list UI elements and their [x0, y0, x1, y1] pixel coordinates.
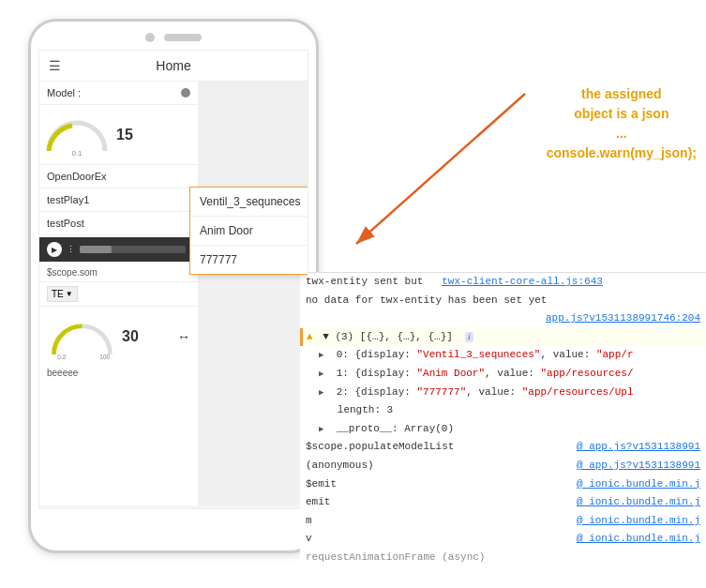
video-item: ▶ ⋮ [39, 237, 198, 262]
console-func-1: (anonymous) @ app.js?v1531138991 [300, 457, 706, 475]
model-label-row: Model : [39, 82, 198, 105]
gauge1-svg: 0.1 [39, 109, 114, 156]
sidebar-item-opendoor[interactable]: OpenDoorEx [39, 165, 198, 188]
app-title: Home [156, 58, 190, 73]
te-select[interactable]: TE ▼ [47, 286, 78, 302]
gauge2-row: 0.2 100 30 ↔ [39, 307, 198, 366]
console-line-proto: ▶ __proto__: Array(0) [300, 420, 706, 439]
dropdown-item-2[interactable]: 777777 [190, 246, 308, 274]
dropdown-overlay: Ventil_3_sequneces Anim Door 777777 [189, 187, 308, 275]
console-func-5: v @ ionic.bundle.min.j [300, 530, 706, 549]
console-line-indent-2: ▶ 2: {display: "777777", value: "app/res… [300, 384, 706, 402]
left-sidebar: Model : 0.1 15 [39, 82, 199, 505]
progress-bar[interactable] [80, 246, 186, 253]
console-line-indent-1: ▶ 1: {display: "Anim Door", value: "app/… [300, 365, 706, 384]
console-func-0: $scope.populateModelList @ app.js?v15311… [300, 438, 706, 457]
te-chevron: ▼ [66, 290, 73, 298]
svg-text:0.2: 0.2 [57, 354, 66, 360]
gauge1-sub-label: 0.1 [71, 149, 83, 156]
phone-right-area [199, 82, 308, 505]
sidebar-item-testpost[interactable]: testPost [39, 212, 198, 235]
console-func-link-5[interactable]: @ ionic.bundle.min.j [577, 531, 700, 548]
scope-label: $scope.som [47, 267, 98, 278]
beeeee-label: beeeee [39, 368, 198, 382]
dropdown-item-1[interactable]: Anim Door [190, 217, 308, 246]
console-link-1[interactable]: app.js?v1531138991746:204 [546, 312, 700, 324]
console-line-indent-0: ▶ 0: {display: "Ventil_3_sequneces", val… [300, 346, 706, 365]
video-controls: ▶ ⋮ [47, 242, 75, 257]
app-header: ☰ Home [39, 51, 308, 82]
callout-line3: ... [547, 124, 697, 143]
model-label-text: Model : [47, 87, 81, 98]
model-dot [181, 88, 190, 98]
svg-text:100: 100 [99, 354, 110, 360]
phone-screen: ☰ Home Model : [38, 50, 308, 509]
console-line-0: twx-entity sent but twx-client-core-all.… [300, 273, 706, 292]
gauge2-container: 0.2 100 [47, 310, 117, 362]
play-button[interactable]: ▶ [47, 242, 62, 257]
console-link-0[interactable]: twx-client-core-all.js:643 [442, 276, 603, 287]
gauge2-svg: 0.2 100 [47, 310, 117, 362]
te-label: TE [52, 289, 64, 299]
console-line-1: no data for twx-entity has been set yet [300, 292, 706, 310]
phone-camera [145, 33, 155, 42]
console-func-link-1[interactable]: @ app.js?v1531138991 [577, 458, 700, 475]
resize-icon[interactable]: ↔ [177, 329, 190, 344]
phone-speaker [164, 34, 202, 41]
sidebar-item-testplay[interactable]: testPlay1 [39, 188, 198, 212]
app-content: Model : 0.1 15 [39, 82, 308, 505]
gauge2-value: 30 [122, 328, 139, 345]
scope-row: $scope.som [39, 264, 198, 282]
console-func-link-2[interactable]: @ ionic.bundle.min.j [577, 476, 700, 493]
warning-triangle: ▲ [307, 331, 313, 342]
console-line-warning: ▲ ▼ (3) [{…}, {…}, {…}] 𝑖 [300, 328, 706, 347]
console-func-3: emit @ ionic.bundle.min.j [300, 493, 706, 512]
phone-mockup: ☰ Home Model : [28, 19, 319, 553]
dropdown-item-0[interactable]: Ventil_3_sequneces [190, 188, 308, 217]
console-line-link-right: app.js?v1531138991746:204 [300, 309, 706, 328]
console-async-line: requestAnimationFrame (async) [300, 549, 706, 567]
console-func-link-4[interactable]: @ ionic.bundle.min.j [577, 513, 700, 530]
devtools-console: twx-entity sent but twx-client-core-all.… [300, 272, 706, 588]
phone-top [31, 22, 316, 50]
hamburger-icon[interactable]: ☰ [49, 58, 61, 73]
console-func-2: $emit @ ionic.bundle.min.j [300, 475, 706, 494]
callout-line4: console.warn(my_json); [547, 143, 697, 163]
callout-line1: the assigned [547, 84, 697, 104]
more-icon[interactable]: ⋮ [67, 245, 75, 254]
info-badge: 𝑖 [465, 332, 473, 342]
gauge1-value: 15 [116, 127, 133, 143]
console-line-length: length: 3 [300, 401, 706, 420]
te-dropdown-row: TE ▼ [39, 282, 198, 307]
gauge1-container: 0.1 [39, 109, 114, 160]
gauge1-row: 0.1 15 [39, 105, 198, 165]
progress-fill [80, 246, 112, 253]
svg-line-3 [356, 94, 525, 244]
callout-text: the assigned object is a json ... consol… [547, 84, 697, 163]
console-func-link-0[interactable]: @ app.js?v1531138991 [577, 439, 700, 456]
console-func-link-3[interactable]: @ ionic.bundle.min.j [577, 494, 700, 511]
callout-line2: object is a json [547, 104, 697, 124]
console-func-4: m @ ionic.bundle.min.j [300, 512, 706, 531]
